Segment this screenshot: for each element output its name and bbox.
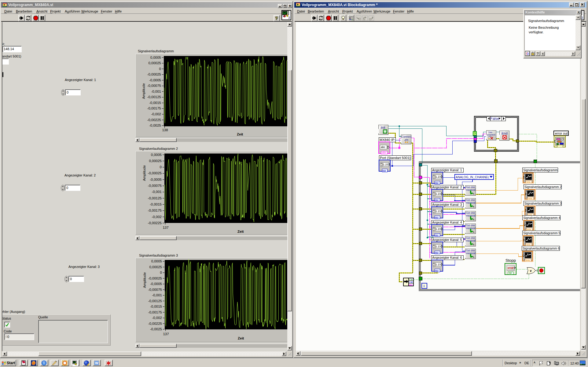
svg-text:Zeit: Zeit <box>237 132 243 136</box>
svg-text:Angezeigter Kanal: 4: Angezeigter Kanal: 4 <box>432 221 462 224</box>
svg-text:0,0005: 0,0005 <box>151 153 162 157</box>
svg-text:0,00025: 0,00025 <box>149 159 162 163</box>
svg-text:-0,0015: -0,0015 <box>150 202 162 206</box>
svg-text:Signalverlaufsdiagramm 6: Signalverlaufsdiagramm 6 <box>523 247 560 250</box>
svg-text:1.23: 1.23 <box>435 263 441 266</box>
svg-text:I32: I32 <box>435 199 439 202</box>
svg-text:False: False <box>490 117 499 121</box>
svg-text:-0,0005: -0,0005 <box>150 178 162 181</box>
svg-text:-0,001: -0,001 <box>152 190 162 194</box>
svg-text:Signalverlaufsdiagramm 2: Signalverlaufsdiagramm 2 <box>524 185 562 189</box>
svg-text:-0,00175: -0,00175 <box>148 310 162 314</box>
svg-text:-0,00075: -0,00075 <box>148 184 162 187</box>
svg-text:?: ? <box>474 132 476 135</box>
svg-text:-0,0005: -0,0005 <box>150 282 162 286</box>
svg-text:abc: abc <box>381 146 385 149</box>
svg-text:-0,00025: -0,00025 <box>148 171 162 175</box>
svg-text:W: W <box>95 361 98 365</box>
svg-text:1.23: 1.23 <box>435 192 441 195</box>
svg-text:0: 0 <box>159 67 161 71</box>
svg-text:-0,00075: -0,00075 <box>147 84 161 87</box>
svg-text:Connect: Connect <box>401 135 412 138</box>
svg-text:Amplitude: Amplitude <box>142 165 146 181</box>
svg-text:2: 2 <box>524 173 525 176</box>
svg-text:1.23: 1.23 <box>435 175 441 178</box>
svg-text:I32: I32 <box>435 269 439 272</box>
svg-text:-0,002: -0,002 <box>151 112 161 116</box>
svg-text:-0,0015: -0,0015 <box>149 101 161 105</box>
svg-text:SGL: SGL <box>527 228 532 231</box>
svg-text:Amplitude: Amplitude <box>143 272 146 288</box>
svg-text:TF: TF <box>509 272 512 275</box>
svg-text:138: 138 <box>162 128 168 132</box>
svg-text:3: 3 <box>288 16 290 20</box>
svg-text:2: 2 <box>526 206 527 209</box>
svg-text:SGL: SGL <box>527 243 531 246</box>
svg-text:Init: Init <box>381 126 385 129</box>
svg-text:SGL: SGL <box>528 197 533 200</box>
svg-text:1.23: 1.23 <box>435 210 441 213</box>
svg-text:0: 0 <box>160 271 162 274</box>
svg-text:Amplitude: Amplitude <box>142 83 145 99</box>
svg-text:abc: abc <box>409 284 413 286</box>
svg-text:-0,0025: -0,0025 <box>149 124 161 127</box>
svg-text:Signalverlaufsdiagramm: Signalverlaufsdiagramm <box>523 168 558 172</box>
svg-text:-0,00125: -0,00125 <box>148 299 162 303</box>
svg-text:STOP: STOP <box>508 267 514 269</box>
svg-text:i: i <box>424 284 424 288</box>
svg-text:I32: I32 <box>435 251 439 254</box>
svg-text:-0,00025: -0,00025 <box>148 276 162 280</box>
svg-text:1.23: 1.23 <box>383 163 388 166</box>
svg-text:Angezeigter Kanal: 5: Angezeigter Kanal: 5 <box>432 238 462 242</box>
svg-text:2: 2 <box>524 236 525 238</box>
svg-text:-0,00025: -0,00025 <box>147 72 161 76</box>
svg-text:0,0005: 0,0005 <box>151 259 162 263</box>
svg-text:-0,00175: -0,00175 <box>147 106 161 110</box>
svg-text:MX840 IP:: MX840 IP: <box>380 138 395 142</box>
svg-text:I32: I32 <box>435 216 439 219</box>
svg-text:1.23: 1.23 <box>435 228 441 231</box>
svg-text:-0,00225: -0,00225 <box>148 322 162 325</box>
svg-text:SGL: SGL <box>526 259 531 262</box>
svg-text:0: 0 <box>160 165 162 169</box>
svg-text:-0,002: -0,002 <box>152 215 162 219</box>
svg-text:-0,0005: -0,0005 <box>149 78 161 82</box>
svg-text:-0,00075: -0,00075 <box>148 288 162 291</box>
svg-text:Angezeigter Kanal: 1: Angezeigter Kanal: 1 <box>432 168 462 172</box>
svg-text:Signalverlaufsdiagramm 5: Signalverlaufsdiagramm 5 <box>523 231 560 235</box>
svg-text:Signalverlaufsdiagramm 3: Signalverlaufsdiagramm 3 <box>524 202 562 205</box>
svg-text:0,00025: 0,00025 <box>149 265 162 269</box>
svg-text:0,0005: 0,0005 <box>150 56 161 59</box>
svg-text:End: End <box>502 132 508 135</box>
svg-text:Angezeigter Kanal: 3: Angezeigter Kanal: 3 <box>432 203 462 206</box>
svg-text:Stopp: Stopp <box>505 258 516 263</box>
svg-text:1.23: 1.23 <box>435 245 441 248</box>
svg-text:connect: connect <box>487 133 496 136</box>
svg-text:∨: ∨ <box>530 269 532 272</box>
svg-text:-0,00225: -0,00225 <box>147 118 161 122</box>
svg-text:Angezeigter Kanal: 6: Angezeigter Kanal: 6 <box>432 256 462 259</box>
svg-text:Zeit: Zeit <box>237 230 244 233</box>
svg-text:-0,00125: -0,00125 <box>148 196 162 200</box>
svg-text:error out: error out <box>555 132 568 135</box>
svg-text:2: 2 <box>526 190 527 192</box>
svg-text:2: 2 <box>523 252 524 254</box>
svg-text:I32: I32 <box>383 169 386 172</box>
svg-text:-0,00175: -0,00175 <box>148 209 162 212</box>
svg-text:0,00025: 0,00025 <box>148 61 161 65</box>
svg-text:Port (Standart 5001): Port (Standart 5001) <box>380 156 410 160</box>
svg-text:-0,00225: -0,00225 <box>148 221 162 225</box>
svg-text:Zeit: Zeit <box>238 336 244 340</box>
svg-text:-0,00125: -0,00125 <box>147 95 161 99</box>
svg-text:abc: abc <box>382 151 387 154</box>
svg-text:I32: I32 <box>435 182 439 184</box>
svg-text:-0,0025: -0,0025 <box>150 327 162 331</box>
svg-text:-0,001: -0,001 <box>151 90 161 93</box>
svg-text:-0,001: -0,001 <box>152 293 162 297</box>
svg-text:2: 2 <box>524 221 526 223</box>
svg-text:Angezeigter Kanal: 2: Angezeigter Kanal: 2 <box>432 185 462 189</box>
svg-text:I32: I32 <box>435 234 439 237</box>
svg-text:-0,0015: -0,0015 <box>150 305 162 308</box>
svg-text:SGL: SGL <box>527 181 531 184</box>
svg-text:ANALOG_IN_CHANNEL: ANALOG_IN_CHANNEL <box>456 176 490 179</box>
